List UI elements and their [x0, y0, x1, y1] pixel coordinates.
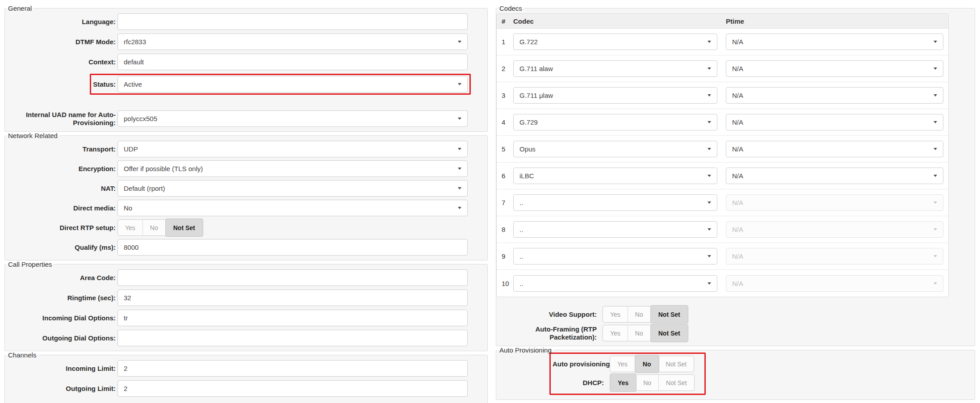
codec-value: G.711 alaw — [519, 65, 553, 72]
ptime-select[interactable]: N/A — [726, 114, 943, 130]
dtmf-mode-value: rfc2833 — [124, 38, 146, 46]
chevron-down-icon — [708, 202, 711, 204]
transport-field-wrap: UDP — [117, 141, 468, 157]
ringtime-input[interactable] — [117, 290, 468, 306]
dhcp-yes-button[interactable]: Yes — [610, 374, 637, 392]
codec-value: G.729 — [519, 118, 538, 126]
video-support-toggle: Yes No Not Set — [603, 306, 688, 323]
codec-select[interactable]: G.722 — [513, 34, 717, 50]
codec-select[interactable]: .. — [513, 248, 717, 264]
chevron-down-icon — [708, 41, 711, 43]
codec-value: .. — [519, 280, 523, 287]
auto-provisioning-yes-button[interactable]: Yes — [610, 356, 635, 372]
chevron-down-icon — [458, 41, 461, 43]
codec-select[interactable]: .. — [513, 194, 717, 211]
chevron-down-icon — [708, 175, 711, 177]
dtmf-mode-select[interactable]: rfc2833 — [117, 34, 468, 50]
video-support-notset-button[interactable]: Not Set — [650, 305, 688, 323]
ptime-select[interactable]: N/A — [726, 87, 943, 104]
auto-framing-row: Auto-Framing (RTP Packetization): Yes No… — [496, 325, 975, 341]
ptime-select[interactable]: N/A — [726, 60, 943, 77]
auto-framing-yes-button[interactable]: Yes — [603, 325, 628, 341]
status-select[interactable]: Active — [117, 76, 468, 92]
qualify-input[interactable] — [117, 239, 468, 256]
outgoing-dial-options-input[interactable] — [117, 330, 468, 346]
outgoing-limit-input[interactable] — [117, 380, 468, 397]
context-label: Context: — [5, 58, 117, 66]
uad-name-select[interactable]: polyccx505 — [117, 110, 468, 127]
ptime-value: N/A — [732, 38, 743, 46]
outgoing-dial-options-label: Outgoing Dial Options: — [5, 334, 117, 342]
auto-provisioning-highlight-box: Auto provisioning: Yes No Not Set DHCP: … — [549, 353, 706, 395]
direct-rtp-notset-button[interactable]: Not Set — [165, 218, 203, 237]
chevron-down-icon — [934, 94, 937, 97]
ptime-value: N/A — [732, 226, 743, 233]
ptime-value: N/A — [732, 280, 743, 287]
ptime-select[interactable]: N/A — [726, 221, 943, 238]
direct-media-label: Direct media: — [5, 204, 117, 212]
incoming-dial-options-input[interactable] — [117, 310, 468, 326]
uad-name-field-wrap: polyccx505 — [117, 110, 468, 127]
codec-select[interactable]: .. — [513, 221, 717, 238]
ptime-value: N/A — [732, 172, 743, 180]
codec-row: 1 G.722 N/A — [497, 29, 948, 55]
ptime-select[interactable]: N/A — [726, 275, 943, 292]
codec-select[interactable]: G.711 μlaw — [513, 87, 717, 104]
dhcp-notset-button[interactable]: Not Set — [659, 375, 694, 390]
auto-provisioning-section: Auto Provisioning Auto provisioning: Yes… — [496, 346, 975, 400]
codec-row: 3 G.711 μlaw N/A — [497, 82, 948, 109]
ptime-select[interactable]: N/A — [726, 141, 943, 157]
chevron-down-icon — [708, 228, 711, 231]
ptime-select[interactable]: N/A — [726, 194, 943, 211]
codec-select[interactable]: .. — [513, 275, 717, 292]
incoming-limit-input[interactable] — [117, 360, 468, 377]
auto-provisioning-toggle: Yes No Not Set — [610, 356, 694, 372]
ptime-value: N/A — [732, 252, 743, 260]
chevron-down-icon — [458, 187, 461, 189]
encryption-value: Offer if possible (TLS only) — [124, 165, 203, 172]
dhcp-no-button[interactable]: No — [636, 375, 659, 390]
auto-framing-notset-button[interactable]: Not Set — [650, 324, 688, 342]
transport-select[interactable]: UDP — [117, 141, 468, 157]
direct-rtp-yes-button[interactable]: Yes — [118, 220, 143, 235]
codec-row-number: 1 — [497, 38, 513, 46]
video-support-yes-button[interactable]: Yes — [603, 306, 628, 322]
codec-select[interactable]: iLBC — [513, 168, 717, 184]
auto-framing-no-button[interactable]: No — [628, 325, 651, 341]
dhcp-row: DHCP: Yes No Not Set — [553, 374, 695, 391]
language-input[interactable] — [117, 13, 468, 30]
codec-value: G.722 — [519, 38, 538, 46]
uad-name-row: Internal UAD name for Auto-Provisioning:… — [5, 110, 487, 127]
nat-row: NAT: Default (rport) — [5, 180, 487, 197]
ptime-select[interactable]: N/A — [726, 248, 943, 264]
nat-value: Default (rport) — [124, 185, 165, 192]
auto-provisioning-no-button[interactable]: No — [635, 355, 659, 373]
chevron-down-icon — [934, 202, 937, 204]
codecs-legend: Codecs — [497, 4, 524, 12]
chevron-down-icon — [458, 207, 461, 209]
chevron-down-icon — [934, 255, 937, 257]
encryption-select[interactable]: Offer if possible (TLS only) — [117, 160, 468, 177]
nat-select[interactable]: Default (rport) — [117, 180, 468, 197]
codec-select[interactable]: G.711 alaw — [513, 60, 717, 77]
status-highlight-box: Status: Active — [90, 74, 471, 95]
call-properties-section: Call Properties Area Code: Ringtime (sec… — [4, 260, 488, 351]
chevron-down-icon — [934, 41, 937, 43]
incoming-limit-field-wrap — [117, 360, 468, 377]
channels-section: Channels Incoming Limit: Outgoing Limit: — [4, 351, 488, 403]
codec-value: .. — [519, 199, 523, 206]
chevron-down-icon — [934, 175, 937, 177]
direct-rtp-no-button[interactable]: No — [143, 220, 166, 235]
codec-select[interactable]: G.729 — [513, 114, 717, 130]
outgoing-dial-options-field-wrap — [117, 330, 468, 346]
area-code-input[interactable] — [117, 269, 468, 286]
direct-media-value: No — [124, 204, 132, 212]
direct-media-select[interactable]: No — [117, 200, 468, 216]
ptime-select[interactable]: N/A — [726, 168, 943, 184]
context-row: Context: — [5, 54, 487, 70]
codec-select[interactable]: Opus — [513, 141, 717, 157]
context-input[interactable] — [117, 54, 468, 70]
ptime-select[interactable]: N/A — [726, 34, 943, 50]
video-support-no-button[interactable]: No — [628, 306, 651, 322]
auto-provisioning-notset-button[interactable]: Not Set — [659, 356, 694, 372]
